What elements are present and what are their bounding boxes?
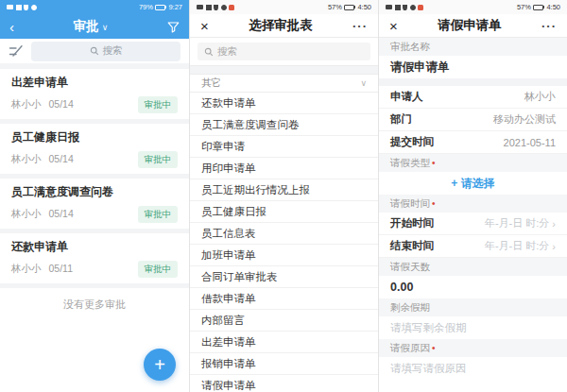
- form-option[interactable]: 印章申请: [190, 136, 378, 158]
- shield-icon: [214, 5, 218, 10]
- battery-icon: [533, 5, 545, 10]
- chevron-down-icon: ∨: [102, 23, 109, 32]
- search-input[interactable]: 搜索: [31, 42, 180, 61]
- status-icons: [7, 5, 37, 10]
- applicant: 林小小: [11, 208, 42, 221]
- approval-title: 出差申请单: [11, 75, 178, 91]
- add-approval-fab[interactable]: +: [144, 349, 176, 381]
- field-end-time[interactable]: 结束时间 年-月-日 时:分›: [379, 235, 567, 258]
- signal-icon: [206, 5, 212, 10]
- date: 05/14: [49, 98, 74, 111]
- plus-icon: +: [154, 354, 165, 376]
- section-leave-days: 请假天数: [379, 258, 567, 276]
- section-label: 请假原因: [390, 342, 430, 355]
- three-screen-mockup: 79% 9:27 ‹ 审批∨ 搜索 出差申请单 林小小05/14审批中 员工健: [0, 0, 567, 392]
- more-icon[interactable]: ···: [541, 19, 557, 33]
- section-leave-reason: 请假原因•: [379, 339, 567, 357]
- group-header-other[interactable]: 其它 ∨: [190, 75, 378, 93]
- field-label: 开始时间: [390, 216, 434, 230]
- field-department: 部门 移动办公测试: [379, 109, 567, 131]
- signal-icon: [395, 5, 401, 10]
- form-option[interactable]: 用印申请单: [190, 158, 378, 179]
- status-badge: 审批中: [138, 151, 179, 168]
- section-approval-name: 审批名称: [379, 38, 567, 56]
- required-icon: •: [432, 343, 436, 353]
- approval-item[interactable]: 出差申请单 林小小05/14审批中: [0, 69, 189, 124]
- form-option[interactable]: 内部留言: [190, 310, 378, 332]
- page-title-dropdown[interactable]: 审批∨: [14, 18, 167, 35]
- form-option[interactable]: 出差申请单: [190, 332, 378, 353]
- clock-text: 9:27: [168, 3, 182, 11]
- section-label: 剩余假期: [390, 301, 430, 315]
- section-label: 请假天数: [390, 261, 430, 274]
- form-option[interactable]: 加班申请单: [190, 245, 378, 266]
- applicant: 林小小: [11, 153, 42, 166]
- battery-percent: 57%: [328, 3, 342, 11]
- field-label: 部门: [390, 112, 412, 127]
- field-label: 提交时间: [390, 135, 434, 149]
- page-title: 请假申请单: [398, 17, 541, 34]
- section-label: 请假时间: [390, 197, 430, 211]
- nav-bar: × 请假申请单 ···: [379, 14, 567, 38]
- approval-item[interactable]: 员工健康日报 林小小05/14审批中: [0, 124, 189, 179]
- choose-leave-type-button[interactable]: + 请选择: [379, 172, 567, 195]
- form-option[interactable]: 员工满意度调查问卷: [190, 114, 378, 136]
- close-icon[interactable]: ×: [389, 19, 398, 33]
- signal-icon: [16, 5, 22, 10]
- filter-icon[interactable]: [167, 21, 180, 33]
- section-label: 审批名称: [390, 41, 430, 54]
- page-title: 选择审批表: [209, 17, 352, 34]
- form-option[interactable]: 请假申请单: [190, 375, 378, 392]
- divider-band: [190, 65, 378, 75]
- status-icons: [197, 5, 234, 10]
- form-option[interactable]: 还款申请单: [190, 93, 378, 114]
- datetime-placeholder: 年-月-日 时:分: [485, 239, 549, 253]
- chevron-right-icon: ›: [552, 218, 556, 230]
- leave-days-value: 0.00: [379, 276, 567, 298]
- message-icon: [386, 5, 392, 9]
- form-option[interactable]: 合同订单审批表: [190, 266, 378, 288]
- leave-reason-input[interactable]: 请填写请假原因: [379, 357, 567, 380]
- date: 05/14: [49, 208, 74, 221]
- nav-bar: ‹ 审批∨: [0, 14, 189, 39]
- required-icon: •: [432, 158, 436, 168]
- date: 05/14: [49, 153, 74, 166]
- field-value: 2021-05-11: [504, 137, 556, 148]
- field-start-time[interactable]: 开始时间 年-月-日 时:分›: [379, 213, 567, 235]
- data-saver-icon: [410, 5, 416, 10]
- field-value: 林小小: [524, 90, 556, 104]
- clock-text: 4:50: [546, 3, 560, 11]
- battery-icon: [344, 5, 356, 10]
- status-badge: 审批中: [138, 261, 179, 278]
- data-saver-icon: [221, 5, 227, 10]
- datetime-placeholder: 年-月-日 时:分: [485, 216, 549, 230]
- screen-leave-form: 57% 4:50 × 请假申请单 ··· 审批名称 请假申请单 申请人 林小小 …: [378, 0, 567, 392]
- notification-app-icon: [418, 5, 423, 10]
- more-icon[interactable]: ···: [352, 19, 368, 33]
- search-row: 搜索: [0, 39, 189, 69]
- form-option[interactable]: 员工信息表: [190, 223, 378, 245]
- form-option[interactable]: 借款申请单: [190, 288, 378, 310]
- search-input[interactable]: 搜索: [198, 43, 370, 60]
- form-option[interactable]: 员工健康日报: [190, 201, 378, 223]
- field-value: 移动办公测试: [493, 112, 556, 127]
- battery-icon: [155, 5, 167, 10]
- approval-item[interactable]: 还款申请单 林小小05/11审批中: [0, 233, 189, 288]
- compose-list-icon[interactable]: [9, 44, 24, 58]
- section-leave-time: 请假时间•: [379, 195, 567, 213]
- screen-form-picker: 57% 4:50 × 选择审批表 ··· 搜索 其它 ∨ 还款申请单 员工满意度…: [189, 0, 378, 392]
- form-option[interactable]: 员工近期出行情况上报: [190, 179, 378, 201]
- form-option[interactable]: 报销申请单: [190, 353, 378, 375]
- search-row: 搜索: [190, 38, 378, 65]
- approval-title: 员工健康日报: [11, 129, 178, 145]
- search-placeholder: 搜索: [217, 45, 237, 59]
- chevron-right-icon: ›: [552, 241, 556, 252]
- approval-item[interactable]: 员工满意度调查问卷 林小小05/14审批中: [0, 179, 189, 233]
- no-more-text: 没有更多审批: [0, 288, 189, 321]
- close-icon[interactable]: ×: [200, 19, 209, 33]
- section-label: 请假类型: [390, 157, 430, 170]
- remaining-leave-input[interactable]: 请填写剩余假期: [379, 316, 567, 339]
- group-label: 其它: [201, 77, 221, 90]
- shield-icon: [24, 5, 28, 10]
- divider-band: [379, 78, 567, 86]
